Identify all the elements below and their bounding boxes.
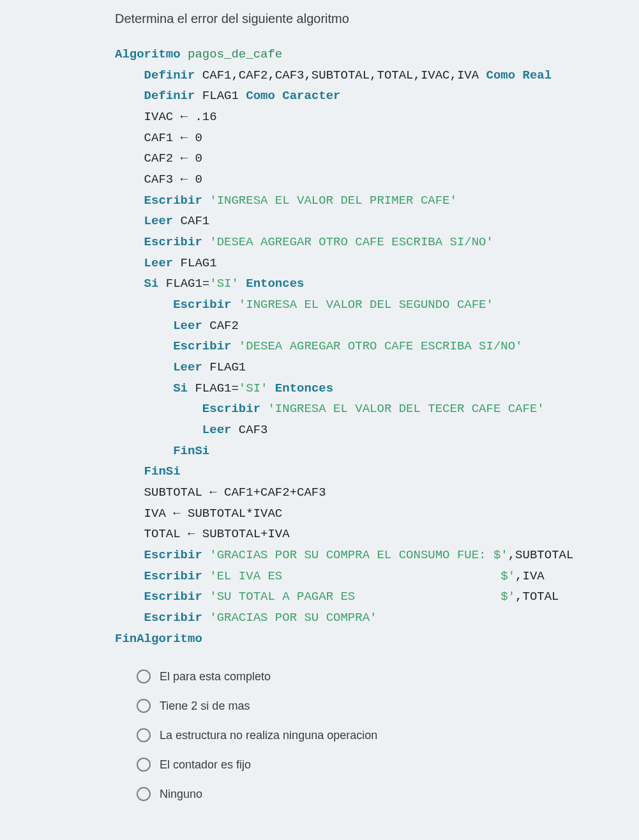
str-l8: 'INGRESA EL VALOR DEL PRIMER CAFE' [202, 194, 457, 208]
kw-escribir: Escribir [144, 194, 202, 208]
kw-escribir: Escribir [173, 339, 231, 353]
option-1[interactable]: El para esta completo [115, 662, 624, 691]
kw-escribir: Escribir [144, 590, 202, 604]
kw-escribir: Escribir [144, 548, 202, 562]
kw-leer: Leer [144, 256, 174, 270]
question-prompt: Determina el error del siguiente algorit… [115, 11, 624, 26]
str-l15: 'DESEA AGREGAR OTRO CAFE ESCRIBA SI/NO' [231, 339, 522, 353]
option-label: La estructura no realiza ninguna operaci… [160, 729, 377, 742]
leer-var: FLAG1 [173, 256, 216, 270]
kw-definir: Definir [144, 89, 195, 103]
assign-caf3: CAF3 ← 0 [144, 172, 202, 187]
kw-si: Si [144, 277, 159, 291]
tail: ,IVA [515, 569, 545, 583]
leer-var: CAF2 [202, 319, 239, 333]
option-2[interactable]: Tiene 2 si de mas [115, 691, 624, 721]
kw-escribir: Escribir [144, 611, 202, 625]
option-3[interactable]: La estructura no realiza ninguna operaci… [115, 721, 624, 750]
assign-iva: IVA ← SUBTOTAL*IVAC [144, 507, 283, 521]
radio-icon[interactable] [137, 728, 151, 742]
str-l25: 'GRACIAS POR SU COMPRA EL CONSUMO FUE: $… [202, 548, 508, 562]
assign-caf1: CAF1 ← 0 [144, 131, 202, 145]
str-l26: 'EL IVA ES $' [202, 569, 515, 583]
kw-finsi: FinSi [173, 444, 209, 458]
leer-var: CAF1 [173, 214, 209, 228]
kw-definir: Definir [144, 68, 195, 82]
leer-var: FLAG1 [202, 360, 246, 374]
vars: FLAG1 [195, 89, 246, 103]
kw-entonces: Entonces [267, 381, 333, 395]
str-si: 'SI' [209, 277, 239, 291]
kw-finalgoritmo: FinAlgoritmo [115, 632, 202, 646]
assign-caf2: CAF2 ← 0 [144, 151, 202, 165]
type-real: Como Real [486, 68, 552, 82]
kw-algoritmo: Algoritmo [115, 47, 181, 61]
radio-icon[interactable] [137, 699, 151, 713]
leer-var: CAF3 [231, 423, 267, 437]
vars: CAF1,CAF2,CAF3,SUBTOTAL,TOTAL,IVAC,IVA [195, 68, 486, 82]
radio-icon[interactable] [137, 787, 151, 801]
tail: ,TOTAL [515, 590, 559, 604]
str-l18: 'INGRESA EL VALOR DEL TECER CAFE CAFE' [260, 402, 545, 416]
kw-leer: Leer [144, 214, 174, 228]
type-caracter: Como Caracter [246, 89, 340, 103]
answer-options: El para esta completo Tiene 2 si de mas … [115, 662, 624, 809]
algo-name: pagos_de_cafe [181, 47, 283, 61]
assign-total: TOTAL ← SUBTOTAL+IVA [144, 527, 290, 541]
tail: ,SUBTOTAL [508, 548, 574, 562]
radio-icon[interactable] [137, 669, 151, 683]
kw-escribir: Escribir [202, 402, 260, 416]
str-l27: 'SU TOTAL A PAGAR ES $' [202, 590, 515, 604]
option-4[interactable]: El contador es fijo [115, 750, 624, 779]
str-l10: 'DESEA AGREGAR OTRO CAFE ESCRIBA SI/NO' [202, 235, 493, 249]
option-label: Tiene 2 si de mas [160, 699, 250, 713]
str-l28: 'GRACIAS POR SU COMPRA' [202, 611, 377, 625]
algorithm-code: Algoritmo pagos_de_cafe Definir CAF1,CAF… [115, 44, 624, 649]
kw-si: Si [173, 381, 188, 395]
kw-leer: Leer [202, 423, 232, 437]
kw-entonces: Entonces [239, 277, 304, 291]
cond: FLAG1= [188, 381, 239, 395]
kw-escribir: Escribir [144, 569, 202, 583]
option-label: El contador es fijo [160, 758, 251, 772]
option-label: Ninguno [160, 788, 202, 801]
question-page: Determina el error del siguiente algorit… [0, 0, 639, 840]
kw-leer: Leer [173, 319, 202, 333]
cond: FLAG1= [158, 277, 209, 291]
kw-leer: Leer [173, 360, 202, 374]
str-l13: 'INGRESA EL VALOR DEL SEGUNDO CAFE' [231, 298, 493, 312]
assign-subtotal: SUBTOTAL ← CAF1+CAF2+CAF3 [144, 485, 326, 500]
kw-escribir: Escribir [144, 235, 202, 249]
option-5[interactable]: Ninguno [115, 779, 624, 809]
radio-icon[interactable] [137, 758, 151, 772]
assign-ivac: IVAC ← .16 [144, 110, 217, 124]
kw-escribir: Escribir [173, 298, 231, 312]
option-label: El para esta completo [160, 670, 271, 683]
str-si: 'SI' [239, 381, 268, 395]
kw-finsi: FinSi [144, 464, 181, 478]
